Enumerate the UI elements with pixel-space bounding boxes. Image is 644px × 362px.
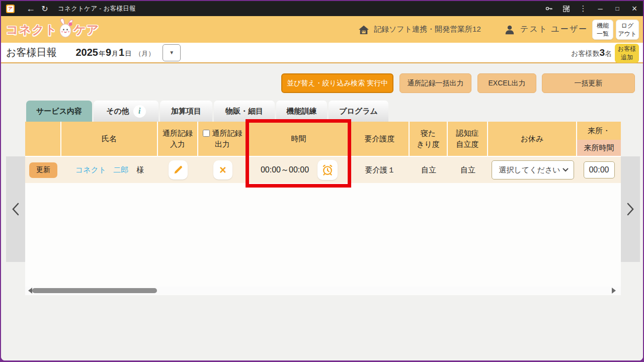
maximize-button[interactable]: □ [609,2,626,16]
tab-program[interactable]: プログラム [329,101,388,122]
tab-service-content[interactable]: サービス内容 [26,101,92,122]
dementia-value: 自立 [448,157,488,183]
app-window: ア ← ↻ コネクトケア - お客様日報 ⋮ ─ □ × コネクト [0,0,644,362]
password-key-icon[interactable] [540,2,557,16]
rest-select-value: 選択してください [499,165,560,175]
pencil-icon [173,164,184,175]
browser-menu-icon[interactable]: ⋮ [575,2,592,16]
header-rest: お休み [488,122,577,157]
cross-icon: × [219,164,226,176]
browser-titlebar: ア ← ↻ コネクトケア - お客様日報 ⋮ ─ □ × [1,1,643,16]
header-care-level: 要介護度 [351,122,410,157]
chevron-right-icon [626,203,634,216]
care-level-value: 要介護１ [351,157,410,183]
scroll-right-paddle[interactable] [621,156,640,262]
feature-list-button[interactable]: 機能 一覧 [592,20,613,40]
info-icon[interactable]: i [133,105,146,118]
scrollbar-thumb[interactable] [32,288,157,293]
alarm-clock-icon [321,163,334,176]
header-dementia: 認知症 自立度 [448,122,488,157]
add-customer-button[interactable]: お客様 追加 [615,44,639,63]
logout-button[interactable]: ログ アウト [616,20,639,40]
report-date: 2025 年 9 月 1 日 （月） [75,47,154,58]
customer-count: お客様数 3 名 [571,47,612,58]
logo-text-2: ケア [73,22,99,38]
page-title: お客様日報 [6,46,56,59]
daily-report-table: 氏名 通所記録 入力 通所記録 出力 時間 要介護度 寝た きり度 [25,122,621,183]
chevron-down-icon: ▼ [169,50,174,55]
extensions-icon[interactable] [557,2,575,16]
app-favicon: ア [6,5,15,13]
header-blank [25,122,61,157]
tab-function-training[interactable]: 機能訓練 [276,101,327,122]
visit-time-input[interactable] [584,161,615,178]
office-label: 記録ソフト連携・開発営業所12 [374,25,481,34]
table-row: 更新 コネクト 二郎 様 × [25,157,621,183]
select-chevron-icon [562,168,569,172]
tab-bar: サービス内容 その他 i 加算項目 物販・細目 機能訓練 プログラム [26,101,388,122]
window-body: ア ← ↻ コネクトケア - お客様日報 ⋮ ─ □ × コネクト [1,1,643,360]
close-button[interactable]: × [626,2,643,16]
back-icon[interactable]: ← [24,2,38,16]
record-output-checkbox[interactable] [203,130,210,137]
sort-filter-search-button[interactable]: 並び替え・絞り込み検索 実行中 [281,73,393,93]
app-header: コネクト ケア 記録ソフト連携・開発営業所12 [1,16,643,43]
header-name: 氏名 [61,122,158,157]
horizontal-scrollbar[interactable] [25,287,621,295]
header-record-output: 通所記録 出力 [198,122,248,157]
header-record-input: 通所記録 入力 [158,122,198,157]
bedridden-value: 自立 [410,157,448,183]
chevron-left-icon [12,203,20,216]
mascot-icon [55,18,75,40]
scrollbar-right-arrow-icon[interactable] [612,288,616,294]
logo-text-1: コネクト [6,22,57,38]
tab-goods-details[interactable]: 物販・細目 [214,101,275,122]
rest-select[interactable]: 選択してください [492,160,574,179]
scroll-left-paddle[interactable] [6,156,25,262]
header-time: 時間 [248,122,351,157]
action-button-row: 並び替え・絞り込み検索 実行中 通所記録一括出力 EXCEL出力 一括更新 [1,73,643,94]
main-content: 並び替え・絞り込み検索 実行中 通所記録一括出力 EXCEL出力 一括更新 サー… [1,63,643,360]
record-output-delete-button[interactable]: × [213,160,232,179]
minimize-button[interactable]: ─ [592,2,609,16]
user-name: テスト ユーザー [520,24,588,35]
batch-record-output-button[interactable]: 通所記録一括出力 [399,73,471,93]
header-visit: 来所・ 来所時間 [577,122,621,157]
date-dropdown-button[interactable]: ▼ [163,44,181,61]
customer-family-name-link[interactable]: コネクト [75,165,106,175]
user-icon [504,24,515,35]
customer-given-name-link[interactable]: 二郎 [113,165,128,175]
app-logo[interactable]: コネクト ケア [6,19,99,41]
record-input-button[interactable] [169,160,188,179]
excel-output-button[interactable]: EXCEL出力 [477,73,536,93]
header-bedridden: 寝た きり度 [410,122,448,157]
scrollbar-left-arrow-icon[interactable] [28,288,32,294]
table-header-row: 氏名 通所記録 入力 通所記録 出力 時間 要介護度 寝た きり度 [25,122,621,157]
update-button[interactable]: 更新 [29,162,57,178]
user-group: テスト ユーザー [504,24,588,35]
tab-other[interactable]: その他 i [94,101,158,122]
refresh-icon[interactable]: ↻ [38,2,52,16]
date-bar: お客様日報 2025 年 9 月 1 日 （月） ▼ お客様数 3 名 お客様 … [1,43,643,63]
office-group: 記録ソフト連携・開発営業所12 [358,25,481,35]
batch-update-button[interactable]: 一括更新 [542,73,635,93]
time-alarm-button[interactable] [317,160,338,180]
honorific-label: 様 [136,165,144,175]
tab-addition-items[interactable]: 加算項目 [160,101,212,122]
window-title: コネクトケア - お客様日報 [58,5,136,13]
time-range-value: 00:00～00:00 [261,165,309,175]
home-icon [358,25,369,35]
